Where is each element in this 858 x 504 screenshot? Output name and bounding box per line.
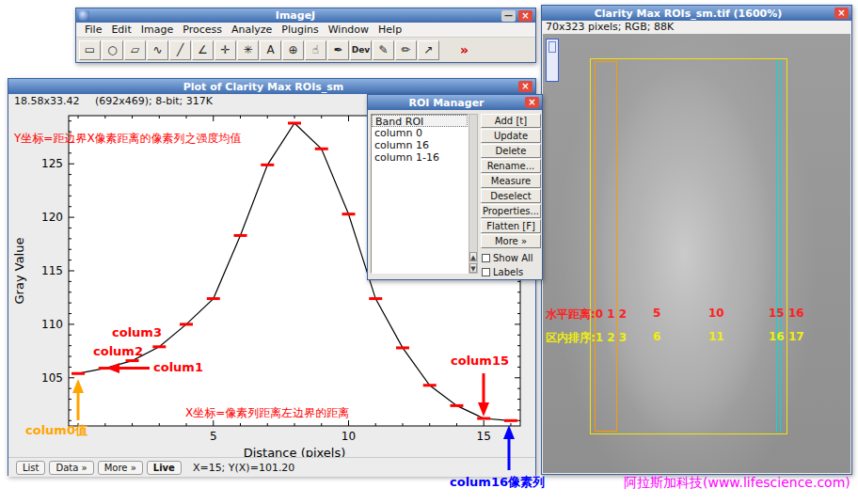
image-title: Clarity Max ROIs_sm.tif (1600%) [545, 8, 832, 20]
rectangle-tool-icon[interactable]: ▭ [79, 40, 101, 60]
menu-edit[interactable]: Edit [106, 23, 135, 37]
show-all-checkbox[interactable]: Show All [482, 253, 533, 263]
roi-manager-titlebar[interactable]: ROI Manager × [368, 95, 542, 110]
menu-process[interactable]: Process [178, 23, 227, 37]
roi-column16-overlay[interactable] [776, 60, 781, 433]
menu-image[interactable]: Image [136, 23, 178, 37]
plot-status-readout: X=15; Y(X)=101.20 [193, 462, 295, 474]
zoom-indicator-viewport [548, 41, 556, 53]
live-button[interactable]: Live [147, 461, 182, 475]
menu-help[interactable]: Help [373, 23, 406, 37]
svg-text:10: 10 [342, 430, 356, 443]
image-window: Clarity Max ROIs_sm.tif (1600%) × 70x323… [541, 5, 852, 475]
minimize-button[interactable]: — [501, 10, 516, 22]
svg-text:115: 115 [41, 264, 63, 277]
scroll-up-icon[interactable]: ▲ [469, 252, 477, 261]
roi-list-item[interactable]: column 0 [372, 127, 468, 139]
color-picker-tool-icon[interactable]: ✒ [327, 40, 349, 60]
scroll-down-icon[interactable]: ▼ [469, 263, 477, 273]
colum2-label: colum2 [93, 345, 143, 358]
roi-list-item[interactable]: Band ROI [372, 115, 468, 127]
menu-file[interactable]: File [80, 23, 106, 37]
distance-10-label: 10 [708, 307, 724, 320]
delete-button[interactable]: Delete [481, 144, 541, 158]
image-status-bar: 70x323 pixels; RGB; 88K [542, 21, 851, 34]
colum1-label: colum1 [153, 361, 203, 374]
order-label: 区内排序:1 2 3 [546, 330, 627, 346]
oval-tool-icon[interactable]: ○ [102, 40, 123, 60]
colum16-arrow-icon [502, 425, 516, 470]
image-titlebar[interactable]: Clarity Max ROIs_sm.tif (1600%) × [542, 6, 851, 21]
plot-titlebar[interactable]: Plot of Clarity Max ROIs_sm × [8, 79, 535, 94]
imagej-titlebar[interactable]: ImageJ — × [76, 8, 535, 23]
text-tool-icon[interactable]: A [260, 40, 281, 60]
svg-text:15: 15 [477, 430, 491, 443]
imagej-title: ImageJ [92, 9, 499, 22]
close-button[interactable]: × [518, 10, 532, 22]
roi-list-item[interactable]: column 16 [372, 139, 468, 151]
line-tool-icon[interactable]: ╱ [169, 40, 191, 60]
polygon-tool-icon[interactable]: ▱ [124, 40, 146, 60]
more-button[interactable]: More » [98, 461, 143, 475]
pencil-tool-icon[interactable]: ✎ [373, 40, 394, 60]
close-button[interactable]: × [518, 81, 532, 92]
menu-window[interactable]: Window [324, 23, 373, 37]
freehand-tool-icon[interactable]: ∿ [147, 40, 168, 60]
labels-label: Labels [493, 267, 523, 277]
checkbox-icon[interactable] [482, 268, 490, 276]
wand-tool-icon[interactable]: ✳ [237, 40, 259, 60]
imagej-menubar: File Edit Image Process Analyze Plugins … [76, 23, 535, 38]
imagej-window: ImageJ — × File Edit Image Process Analy… [75, 8, 536, 63]
roi-manager-buttons: Add [t] Update Delete Rename... Measure … [481, 114, 541, 249]
list-button[interactable]: List [16, 461, 45, 475]
image-canvas[interactable]: 水平距离:0 1 2 5 10 15 16 区内排序:1 2 3 6 11 16… [543, 34, 850, 473]
properties-button[interactable]: Properties... [481, 204, 541, 218]
order-16-17-label: 16 17 [769, 330, 804, 343]
flatten-button[interactable]: Flatten [F] [481, 219, 541, 233]
svg-text:5: 5 [210, 430, 217, 443]
more-tools-icon[interactable]: » [453, 40, 475, 60]
roi-list-scrollbar[interactable]: ▲ ▼ [469, 114, 478, 274]
add-button[interactable]: Add [t] [481, 114, 541, 128]
point-tool-icon[interactable]: ✛ [214, 40, 236, 60]
plot-controls: List Data » More » Live X=15; Y(X)=101.2… [8, 457, 535, 477]
measure-button[interactable]: Measure [481, 174, 541, 188]
menu-analyze[interactable]: Analyze [227, 23, 277, 37]
colum15-arrow-icon [477, 373, 490, 417]
close-button[interactable]: × [834, 8, 849, 19]
svg-text:120: 120 [41, 211, 63, 224]
zoom-tool-icon[interactable]: ⊕ [282, 40, 304, 60]
deselect-button[interactable]: Deselect [481, 189, 541, 203]
arrow-tool-icon[interactable]: ↗ [418, 40, 439, 60]
zoom-indicator [546, 39, 559, 82]
x-axis-note: X坐标=像素列距离左边界的距离 [185, 407, 349, 419]
order-11-label: 11 [708, 330, 724, 343]
brush-tool-icon[interactable]: ✏ [395, 40, 417, 60]
plot-image-info: (692x469); 8-bit; 317K [95, 95, 213, 107]
hand-tool-icon[interactable]: ☝ [305, 40, 326, 60]
data-button[interactable]: Data » [49, 461, 93, 475]
roi-manager-title: ROI Manager [371, 97, 522, 109]
dev-menu-tool[interactable]: Dev [350, 40, 372, 60]
roi-list-item[interactable]: column 1-16 [372, 151, 468, 164]
roi-column0-overlay[interactable] [595, 61, 617, 432]
show-all-label: Show All [493, 253, 533, 263]
colum0-arrow-icon [72, 379, 85, 420]
colum3-label: colum3 [112, 326, 162, 339]
labels-checkbox[interactable]: Labels [482, 267, 523, 277]
close-button[interactable]: × [525, 97, 539, 108]
menu-plugins[interactable]: Plugins [277, 23, 323, 37]
imagej-toolbar: ▭ ○ ▱ ∿ ╱ ∠ ✛ ✳ A ⊕ ☝ ✒ Dev ✎ ✏ ↗ » [76, 38, 535, 62]
plot-title: Plot of Clarity Max ROIs_sm [11, 81, 516, 93]
more-button[interactable]: More » [481, 234, 541, 248]
y-axis-note: Y坐标=距边界X像素距离的像素列之强度均值 [14, 133, 242, 145]
roi-list[interactable]: Band ROI column 0 column 16 column 1-16 [371, 114, 469, 274]
desktop: ImageJ — × File Edit Image Process Analy… [0, 0, 858, 504]
roi-band-overlay[interactable] [590, 58, 787, 434]
angle-tool-icon[interactable]: ∠ [192, 40, 214, 60]
rename-button[interactable]: Rename... [481, 159, 541, 173]
update-button[interactable]: Update [481, 129, 541, 143]
cursor-readout: 18.58x33.42 [14, 95, 80, 107]
checkbox-icon[interactable] [482, 254, 490, 262]
svg-text:Gray Value: Gray Value [12, 238, 26, 305]
